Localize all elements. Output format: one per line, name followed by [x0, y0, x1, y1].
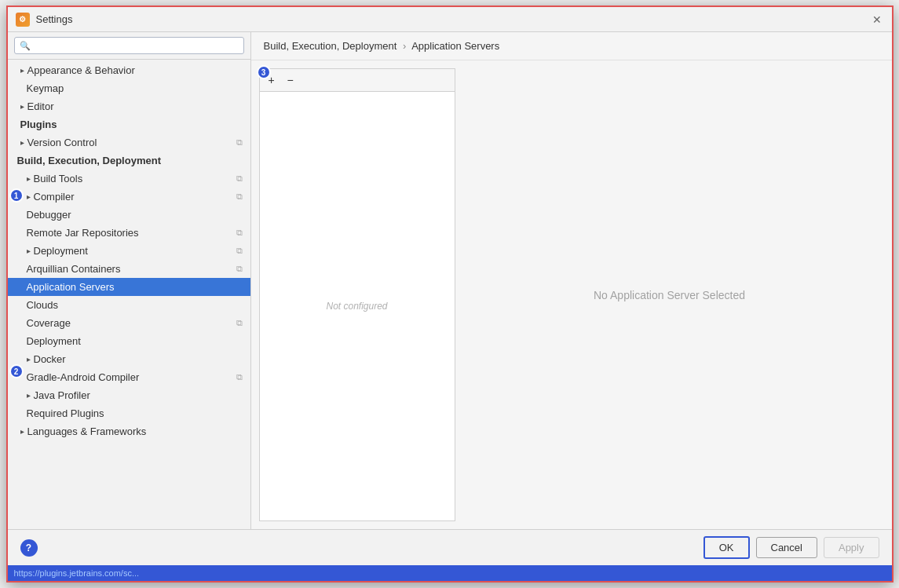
sidebar-item-gradle-android[interactable]: Gradle-Android Compiler ⧉: [8, 368, 250, 386]
help-button[interactable]: ?: [20, 539, 38, 557]
sidebar-item-app-servers[interactable]: Application Servers: [8, 278, 250, 296]
apply-button[interactable]: Apply: [824, 537, 879, 558]
no-server-text: No Application Server Selected: [594, 289, 745, 301]
sidebar-item-label: Arquillian Containers: [27, 263, 121, 275]
sidebar-item-label: Remote Jar Repositories: [27, 227, 139, 239]
dialog-footer: ? OK Cancel Apply: [8, 529, 892, 565]
sidebar-item-label: Deployment: [27, 335, 81, 347]
copy-icon: ⧉: [236, 318, 243, 328]
sidebar-items-list: ▸ Appearance & Behavior Keymap ▸ Editor …: [8, 60, 250, 529]
search-input[interactable]: [34, 40, 239, 51]
sidebar-item-appearance[interactable]: ▸ Appearance & Behavior: [8, 61, 250, 79]
add-button-wrap: 3 +: [263, 71, 280, 89]
chevron-icon: ▸: [20, 102, 24, 111]
chevron-icon: ▸: [27, 174, 31, 183]
sidebar-item-label: Appearance & Behavior: [27, 64, 135, 76]
sidebar-item-label: Version Control: [27, 137, 97, 148]
sidebar-item-build-tools[interactable]: ▸ Build Tools ⧉: [8, 170, 250, 188]
copy-icon: ⧉: [236, 173, 243, 184]
servers-toolbar: 3 + −: [260, 69, 455, 92]
footer-left: ?: [20, 539, 38, 557]
breadcrumb-path: Build, Execution, Deployment: [264, 40, 397, 52]
search-box: 🔍: [8, 32, 250, 60]
sidebar-item-label: Deployment: [34, 245, 88, 257]
sidebar: 🔍 1 2: [8, 32, 251, 529]
settings-dialog: ⚙ Settings ✕ 🔍 1: [6, 5, 894, 583]
remove-server-button[interactable]: −: [282, 71, 299, 89]
status-text: https://plugins.jetbrains.com/sc...: [14, 568, 140, 578]
sidebar-item-label: Docker: [34, 353, 66, 365]
sidebar-item-label: Debugger: [27, 209, 71, 221]
sidebar-item-deployment[interactable]: ▸ Deployment ⧉: [8, 242, 250, 260]
status-bar: https://plugins.jetbrains.com/sc...: [8, 565, 892, 581]
sidebar-item-required-plugins[interactable]: Required Plugins: [8, 404, 250, 422]
sidebar-item-java-profiler[interactable]: ▸ Java Profiler: [8, 386, 250, 404]
sidebar-item-label: Languages & Frameworks: [27, 425, 147, 437]
chevron-icon: ▸: [20, 66, 24, 75]
sidebar-item-deployment2[interactable]: Deployment: [8, 332, 250, 350]
cancel-button[interactable]: Cancel: [756, 537, 817, 558]
chevron-icon: ▸: [27, 355, 31, 363]
sidebar-item-debugger[interactable]: Debugger: [8, 206, 250, 224]
sidebar-item-label: Build Tools: [34, 173, 83, 184]
copy-icon: ⧉: [236, 228, 243, 238]
search-icon: 🔍: [20, 41, 31, 51]
annotation-badge-3: 3: [257, 65, 271, 79]
sidebar-item-label: Editor: [27, 100, 54, 112]
app-icon: ⚙: [16, 13, 30, 27]
minus-icon: −: [287, 74, 293, 86]
chevron-icon: ▸: [27, 247, 31, 255]
ok-button[interactable]: OK: [703, 536, 750, 559]
sidebar-item-compiler[interactable]: ▸ Compiler ⧉: [8, 188, 250, 206]
sidebar-item-label: Keymap: [27, 82, 64, 94]
sidebar-item-label: Compiler: [34, 191, 75, 203]
title-bar-left: ⚙ Settings: [16, 13, 73, 27]
sidebar-item-languages[interactable]: ▸ Languages & Frameworks: [8, 422, 250, 440]
annotation-badge-1: 1: [9, 188, 24, 203]
sidebar-item-arquillian[interactable]: Arquillian Containers ⧉: [8, 260, 250, 278]
dialog-title: Settings: [36, 13, 73, 25]
dialog-body: 🔍 1 2: [8, 32, 892, 529]
sidebar-item-label: Coverage: [27, 317, 71, 329]
sidebar-item-clouds[interactable]: Clouds: [8, 296, 250, 314]
sidebar-item-label: Java Profiler: [34, 389, 90, 401]
chevron-icon: ▸: [27, 391, 31, 400]
annotation-badge-2: 2: [9, 364, 24, 378]
breadcrumb: Build, Execution, Deployment › Applicati…: [251, 32, 892, 60]
sidebar-item-label: Clouds: [27, 299, 58, 311]
chevron-icon: ▸: [20, 138, 24, 147]
sidebar-item-label: Required Plugins: [27, 407, 104, 419]
sidebar-item-build-exec[interactable]: Build, Execution, Deployment: [8, 152, 250, 170]
sidebar-item-label: Build, Execution, Deployment: [17, 155, 161, 166]
sidebar-item-editor[interactable]: ▸ Editor: [8, 97, 250, 115]
sidebar-item-remote-jar[interactable]: Remote Jar Repositories ⧉: [8, 224, 250, 242]
copy-icon: ⧉: [236, 246, 243, 256]
copy-icon: ⧉: [236, 192, 243, 202]
chevron-icon: ▸: [27, 192, 31, 201]
sidebar-item-label: Plugins: [20, 119, 57, 130]
servers-placeholder-text: Not configured: [326, 301, 387, 312]
title-bar: ⚙ Settings ✕: [8, 7, 892, 32]
content-area: 3 + − Not configured: [251, 60, 892, 529]
servers-list: Not configured: [260, 92, 455, 520]
breadcrumb-current: Application Servers: [411, 40, 499, 52]
sidebar-item-docker[interactable]: ▸ Docker: [8, 350, 250, 368]
sidebar-item-version-control[interactable]: ▸ Version Control ⧉: [8, 133, 250, 152]
breadcrumb-separator: ›: [403, 40, 406, 52]
server-detail-panel: No Application Server Selected: [455, 68, 884, 521]
close-button[interactable]: ✕: [870, 13, 884, 27]
sidebar-item-plugins[interactable]: Plugins: [8, 115, 250, 133]
sidebar-item-label: Application Servers: [27, 281, 115, 293]
copy-icon: ⧉: [236, 137, 243, 148]
sidebar-item-label: Gradle-Android Compiler: [27, 371, 140, 383]
servers-panel: 3 + − Not configured: [259, 68, 455, 521]
copy-icon: ⧉: [236, 372, 243, 382]
footer-right: OK Cancel Apply: [703, 536, 879, 559]
copy-icon: ⧉: [236, 264, 243, 274]
sidebar-item-keymap[interactable]: Keymap: [8, 79, 250, 97]
chevron-icon: ▸: [20, 427, 24, 436]
sidebar-item-coverage[interactable]: Coverage ⧉: [8, 314, 250, 332]
main-content: Build, Execution, Deployment › Applicati…: [251, 32, 892, 529]
